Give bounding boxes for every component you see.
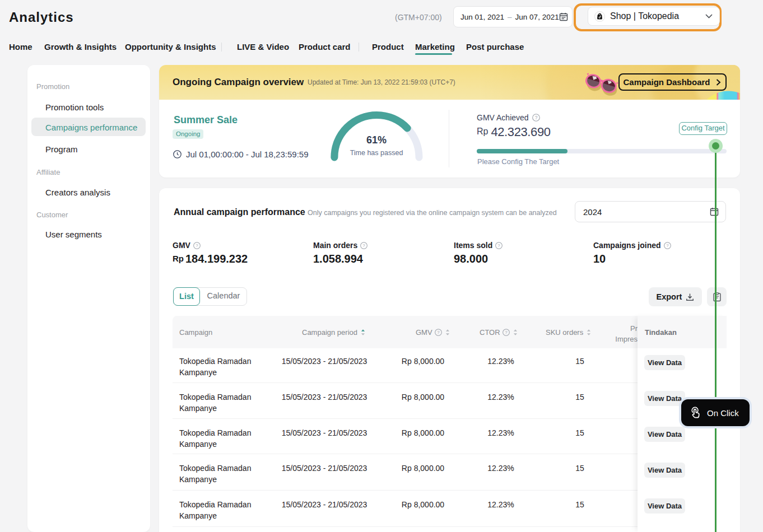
svg-text:?: ? — [437, 330, 440, 335]
svg-text:?: ? — [505, 330, 508, 335]
